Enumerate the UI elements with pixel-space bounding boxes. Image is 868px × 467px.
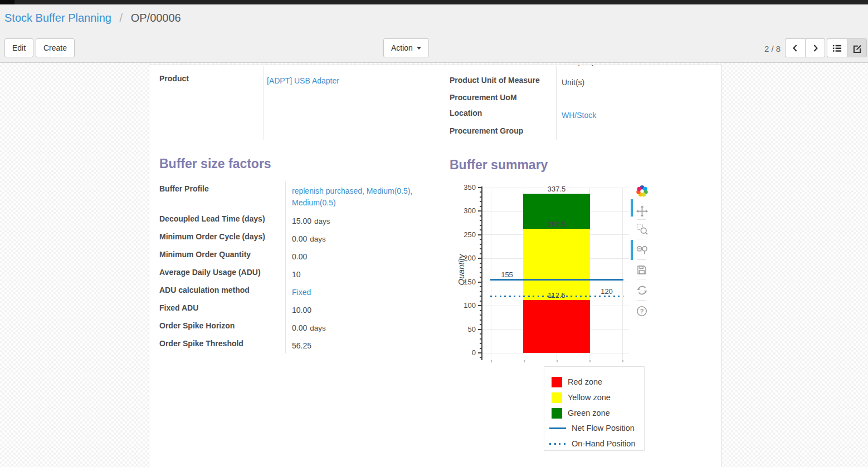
field-value-text: 10.00 xyxy=(292,306,311,314)
field-label: Decoupled Lead Time (days) xyxy=(159,214,283,223)
field-value: 0.00days xyxy=(292,322,432,334)
list-view-icon xyxy=(832,43,842,53)
reset-icon[interactable] xyxy=(635,283,648,297)
field-label: Fixed ADU xyxy=(159,303,283,312)
list-view-button[interactable] xyxy=(827,38,847,57)
legend-item[interactable]: Net Flow Position xyxy=(549,422,635,434)
x-minor-tick xyxy=(589,360,591,362)
field-label: Procurement UoM xyxy=(450,93,553,102)
x-minor-tick xyxy=(557,360,558,362)
field-value: 10 xyxy=(292,269,432,281)
legend-item[interactable]: On-Hand Position xyxy=(549,438,635,449)
legend-swatch-dots xyxy=(549,443,566,445)
x-minor-tick xyxy=(524,360,525,362)
y-axis-line xyxy=(481,186,482,360)
modebar-active-indicator xyxy=(631,240,633,260)
field-value-text: WH/Stock xyxy=(562,111,596,120)
legend-swatch-line xyxy=(549,427,566,429)
modebar-divider xyxy=(637,300,646,301)
chart-value-label: 337.5 xyxy=(548,185,566,193)
field-value: 10.00 xyxy=(292,304,432,316)
y-tick-label: 150 xyxy=(447,278,476,286)
y-tick-label: 200 xyxy=(447,254,476,262)
field-label: Average Daily Usage (ADU) xyxy=(159,268,283,277)
legend-item[interactable]: Green zone xyxy=(549,407,610,419)
field-value-link[interactable]: [ADPT] USB Adapter xyxy=(267,75,409,87)
modebar-divider xyxy=(637,259,646,260)
form-view-icon xyxy=(852,43,862,53)
modebar-active-indicator xyxy=(631,199,633,217)
group-divider xyxy=(556,66,557,140)
field-unit-label: days xyxy=(314,217,330,225)
x-gridline xyxy=(622,188,623,360)
field-value-text: replenish purchased, Medium(0.5), Medium… xyxy=(292,186,412,207)
x-gridline xyxy=(491,188,491,360)
field-value-text: [ADPT] USB Adapter xyxy=(267,76,339,85)
field-value-text: 56.25 xyxy=(292,341,311,350)
plotly-logo-icon[interactable] xyxy=(635,184,648,198)
modebar-divider xyxy=(637,279,646,279)
chart-legend: Red zoneYellow zoneGreen zoneNet Flow Po… xyxy=(544,366,645,451)
y-tick-label: 250 xyxy=(447,230,476,239)
field-value-link[interactable]: WH/Stock xyxy=(562,110,712,121)
y-tick-label: 100 xyxy=(447,301,476,309)
y-tick-label: 350 xyxy=(447,183,476,191)
field-value: 0.00days xyxy=(292,233,432,245)
action-dropdown-button[interactable]: Action xyxy=(383,38,429,57)
group-divider xyxy=(285,181,286,353)
field-value: 0.00 xyxy=(292,251,432,263)
modebar-divider xyxy=(637,219,646,220)
control-panel: Stock Buffer Planning / OP/00006 Edit Cr… xyxy=(0,4,868,63)
pager-next-button[interactable] xyxy=(805,38,825,57)
zone-bar-red-zone xyxy=(523,300,590,353)
modebar-divider xyxy=(637,239,646,239)
edit-button[interactable]: Edit xyxy=(4,38,33,57)
field-label: Order Spike Threshold xyxy=(159,339,283,348)
field-value-link[interactable]: Fixed xyxy=(292,287,432,298)
field-label: Buffer Profile xyxy=(159,184,283,193)
y-tick-label: 50 xyxy=(447,325,476,333)
buffer-size-factors-title: Buffer size factors xyxy=(159,156,271,171)
field-value-text: Fixed xyxy=(292,288,311,297)
form-sheet: Company Product[ADPT] USB Adapter Produc… xyxy=(149,65,721,467)
create-button[interactable]: Create xyxy=(36,38,75,57)
field-value-text: 0.00 xyxy=(292,323,307,332)
field-value: 15.00days xyxy=(292,215,432,227)
legend-item[interactable]: Red zone xyxy=(549,376,602,387)
chevron-right-icon xyxy=(811,43,820,53)
pan-icon[interactable] xyxy=(635,204,648,218)
help-icon[interactable]: ? xyxy=(635,304,648,318)
zone-bar-yellow-zone xyxy=(523,229,590,299)
breadcrumb: Stock Buffer Planning / OP/00006 xyxy=(4,12,181,24)
pager-count: 2 / 8 xyxy=(764,44,781,53)
breadcrumb-separator: / xyxy=(120,12,123,24)
field-value-text: Unit(s) xyxy=(562,78,584,87)
field-value-text: 0.00 xyxy=(292,234,307,243)
field-value: 56.25 xyxy=(292,340,432,352)
form-view-button[interactable] xyxy=(847,38,867,57)
save-icon[interactable] xyxy=(635,263,648,277)
pager-previous-button[interactable] xyxy=(785,38,805,57)
field-value-text: 10 xyxy=(292,270,301,279)
top-navbar xyxy=(0,0,868,4)
field-label: Procurement Group xyxy=(450,126,553,135)
zoom-icon[interactable] xyxy=(635,222,648,235)
x-minor-tick xyxy=(491,360,492,362)
chart-value-label: 112.5 xyxy=(548,291,565,299)
breadcrumb-current: OP/00006 xyxy=(131,12,181,24)
buffer-summary-title: Buffer summary xyxy=(450,158,548,173)
field-label: Order Spike Horizon xyxy=(159,321,283,330)
field-value-link[interactable]: replenish purchased, Medium(0.5), Medium… xyxy=(292,185,432,209)
chevron-left-icon xyxy=(791,43,800,53)
group-divider xyxy=(264,66,264,140)
legend-label: Yellow zone xyxy=(568,393,611,402)
y-tick-label: 0 xyxy=(447,348,476,357)
breadcrumb-parent-link[interactable]: Stock Buffer Planning xyxy=(4,12,111,24)
legend-label: Green zone xyxy=(568,409,610,417)
zoom-in-out-icon[interactable] xyxy=(635,243,648,257)
field-label: Minimum Order Cycle (days) xyxy=(159,232,283,241)
form-view-background: Company Product[ADPT] USB Adapter Produc… xyxy=(0,63,868,467)
legend-item[interactable]: Yellow zone xyxy=(549,392,611,403)
svg-text:?: ? xyxy=(640,308,644,314)
legend-swatch-square xyxy=(552,408,562,419)
